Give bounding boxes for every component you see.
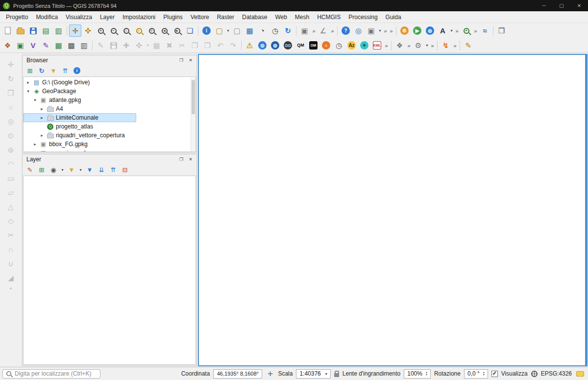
lock-scale-icon[interactable]: [334, 373, 339, 377]
toggle-editing-icon[interactable]: ✎: [95, 39, 107, 51]
browser-item-limitecomunale[interactable]: ▸LimiteComunale: [24, 113, 136, 122]
tree-expander-icon[interactable]: ▸: [32, 151, 38, 152]
scale-combobox[interactable]: 1:40376: [296, 369, 330, 379]
whats-this-icon[interactable]: ◎: [352, 25, 365, 37]
streetview-plugin-icon[interactable]: oo: [282, 39, 294, 51]
tree-expander-icon[interactable]: ▾: [25, 89, 31, 94]
plugin-group-icon[interactable]: ❖: [393, 39, 406, 51]
menu-guida[interactable]: Guida: [382, 12, 405, 22]
menu-vettore[interactable]: Vettore: [187, 12, 213, 22]
new-virtual-layer-icon[interactable]: ▩: [65, 39, 77, 51]
refresh-map-icon[interactable]: ↻: [282, 25, 294, 37]
split-features-icon[interactable]: ✂: [5, 229, 16, 240]
toolbar-overflow-chevron[interactable]: »: [311, 28, 317, 34]
layers-float-button[interactable]: ❐: [178, 156, 185, 163]
open-attribute-table-icon[interactable]: ▦: [244, 25, 256, 37]
save-project-icon[interactable]: [27, 25, 39, 37]
elevation-profile-icon[interactable]: ▣: [298, 25, 311, 37]
vertex-tool-dropdown[interactable]: ▾: [146, 43, 150, 48]
filter-browser-icon[interactable]: ▼: [49, 66, 58, 76]
text-search-dropdown[interactable]: ▾: [449, 28, 454, 33]
trim-extend-icon[interactable]: ◢: [5, 272, 16, 283]
quickmapservices-icon[interactable]: ◍: [256, 39, 269, 51]
new-shapefile-layer-icon[interactable]: V: [27, 39, 39, 51]
browser-item-geopackage[interactable]: ▾◈GeoPackage: [24, 87, 196, 96]
processing-toolbox-icon[interactable]: ⚙: [398, 25, 411, 37]
new-map-view-icon[interactable]: ❏: [184, 25, 196, 37]
tree-expander-icon[interactable]: ▸: [32, 142, 38, 147]
add-group-icon[interactable]: ⊞: [37, 165, 47, 175]
pan-to-selection-icon[interactable]: ✜: [82, 25, 94, 37]
toolbar-overflow-chevron[interactable]: »: [430, 43, 435, 49]
toolbar-overflow-chevron[interactable]: »: [406, 43, 412, 49]
regular-polygon-icon[interactable]: △: [5, 201, 16, 212]
map-themes-dropdown[interactable]: ▾: [60, 168, 65, 172]
tree-expander-icon[interactable]: ▸: [39, 115, 45, 120]
undo-icon[interactable]: ↶: [214, 39, 226, 51]
menu-modifica[interactable]: Modifica: [32, 12, 62, 22]
zoom-to-layer-icon[interactable]: ≡: [146, 25, 158, 37]
rotate-feature-icon[interactable]: ↻: [5, 73, 16, 84]
menu-progetto[interactable]: Progetto: [2, 12, 32, 22]
circle-3points-icon[interactable]: ◎: [5, 116, 16, 127]
new-project-icon[interactable]: [1, 25, 14, 37]
profile-plugin-icon[interactable]: ≈: [479, 25, 491, 37]
collapse-all-icon[interactable]: ⇈: [60, 66, 70, 76]
temporal-controller-icon[interactable]: ◔: [256, 25, 269, 37]
zoom-in-icon[interactable]: +: [95, 25, 107, 37]
copy-features-icon[interactable]: ❐: [189, 39, 201, 51]
toolbox-group-dropdown[interactable]: ▾: [378, 28, 382, 33]
circle-2points-icon[interactable]: ○: [5, 101, 16, 112]
copy-move-feature-icon[interactable]: ❐: [5, 87, 16, 98]
annotation-edit-plugin-icon[interactable]: ✎: [462, 39, 474, 51]
minimize-button[interactable]: ─: [535, 0, 553, 11]
menu-visualizza[interactable]: Visualizza: [62, 12, 96, 22]
browser-item-progetto-atlas[interactable]: Qprogetto_atlas: [24, 122, 196, 131]
tree-expander-icon[interactable]: ▾: [32, 98, 38, 102]
map-canvas[interactable]: [198, 54, 588, 366]
delete-selected-icon[interactable]: ✖: [163, 39, 175, 51]
move-feature-icon[interactable]: ✛: [5, 59, 16, 70]
open-layer-styling-icon[interactable]: ✎: [25, 165, 35, 175]
menu-raster[interactable]: Raster: [213, 12, 238, 22]
magnifier-spinbox[interactable]: 100%: [404, 369, 431, 379]
menu-layer[interactable]: Layer: [96, 12, 119, 22]
zoom-full-extent-icon[interactable]: ⌂: [120, 25, 132, 37]
text-search-plugin-icon[interactable]: A: [437, 25, 449, 37]
toolbar-overflow-chevron[interactable]: »: [473, 28, 478, 34]
browser-item-riquadri-vettore-copertura[interactable]: ▸riquadri_vettore_copertura: [24, 131, 196, 140]
options-group-icon[interactable]: ⚙: [412, 39, 424, 51]
menu-mesh[interactable]: Mesh: [291, 12, 313, 22]
tree-expander-icon[interactable]: ▸: [39, 133, 45, 138]
qm-plugin-icon[interactable]: QM: [294, 39, 307, 51]
orange-ball-plugin-icon[interactable]: ●: [320, 39, 332, 51]
merge-features-icon[interactable]: ∪: [5, 258, 16, 269]
menu-web[interactable]: Web: [271, 12, 291, 22]
measure-tool-icon[interactable]: ∠: [317, 25, 329, 37]
add-selected-layers-icon[interactable]: ⊞: [25, 66, 35, 76]
maximize-button[interactable]: ▢: [553, 0, 570, 11]
options-group-dropdown[interactable]: ▾: [425, 43, 429, 48]
browser-close-button[interactable]: ✕: [187, 57, 194, 64]
kml-tools-plugin-icon[interactable]: KML: [371, 39, 383, 51]
browser-item-comuni-rs-gpkg[interactable]: ▸▣comuni_rs.gpkg: [24, 149, 196, 152]
layers-close-button[interactable]: ✕: [187, 156, 194, 163]
properties-widget-icon[interactable]: i: [72, 66, 82, 76]
share-plugin-icon[interactable]: ▶: [411, 25, 423, 37]
rectangle-extent-icon[interactable]: ▭: [5, 173, 16, 183]
om-plugin-icon[interactable]: OM: [307, 39, 319, 51]
data-source-manager-icon[interactable]: ❖: [1, 39, 14, 51]
render-checkbox[interactable]: [491, 371, 498, 377]
cut-features-icon[interactable]: ✂: [176, 39, 188, 51]
filter-legend-dropdown[interactable]: ▾: [78, 168, 83, 172]
browser-item-bbox-fg-gpkg[interactable]: ▸▣bbox_FG.gpkg: [24, 140, 196, 149]
refresh-browser-icon[interactable]: ↻: [37, 66, 47, 76]
zoom-next-icon[interactable]: ▸: [171, 25, 183, 37]
toolbar-overflow-chevron[interactable]: »: [383, 28, 388, 34]
rectangle-3points-icon[interactable]: ▱: [5, 187, 16, 198]
toolbox-group-icon[interactable]: ▣: [365, 25, 377, 37]
zoom-out-icon[interactable]: −: [107, 25, 120, 37]
arc-3points-icon[interactable]: ◠: [5, 158, 16, 169]
az-plugin-icon[interactable]: Az: [345, 39, 358, 51]
select-features-icon[interactable]: ▢: [213, 25, 225, 37]
